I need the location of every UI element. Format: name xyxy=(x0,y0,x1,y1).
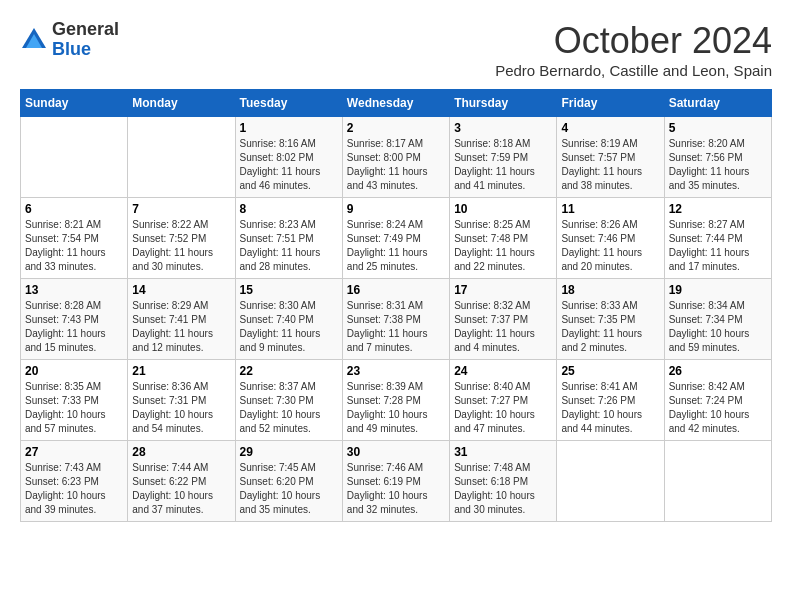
calendar-cell: 9Sunrise: 8:24 AM Sunset: 7:49 PM Daylig… xyxy=(342,198,449,279)
calendar-cell: 22Sunrise: 8:37 AM Sunset: 7:30 PM Dayli… xyxy=(235,360,342,441)
day-info: Sunrise: 8:29 AM Sunset: 7:41 PM Dayligh… xyxy=(132,299,230,355)
day-number: 29 xyxy=(240,445,338,459)
day-info: Sunrise: 8:26 AM Sunset: 7:46 PM Dayligh… xyxy=(561,218,659,274)
day-number: 18 xyxy=(561,283,659,297)
calendar-header-row: SundayMondayTuesdayWednesdayThursdayFrid… xyxy=(21,90,772,117)
calendar-header-saturday: Saturday xyxy=(664,90,771,117)
day-info: Sunrise: 8:35 AM Sunset: 7:33 PM Dayligh… xyxy=(25,380,123,436)
calendar-cell: 21Sunrise: 8:36 AM Sunset: 7:31 PM Dayli… xyxy=(128,360,235,441)
day-number: 24 xyxy=(454,364,552,378)
day-info: Sunrise: 8:16 AM Sunset: 8:02 PM Dayligh… xyxy=(240,137,338,193)
day-info: Sunrise: 7:48 AM Sunset: 6:18 PM Dayligh… xyxy=(454,461,552,517)
page-header: General Blue October 2024 Pedro Bernardo… xyxy=(20,20,772,79)
calendar-cell: 19Sunrise: 8:34 AM Sunset: 7:34 PM Dayli… xyxy=(664,279,771,360)
day-number: 13 xyxy=(25,283,123,297)
day-number: 23 xyxy=(347,364,445,378)
day-info: Sunrise: 8:22 AM Sunset: 7:52 PM Dayligh… xyxy=(132,218,230,274)
calendar-cell: 10Sunrise: 8:25 AM Sunset: 7:48 PM Dayli… xyxy=(450,198,557,279)
day-number: 11 xyxy=(561,202,659,216)
calendar-week-row: 6Sunrise: 8:21 AM Sunset: 7:54 PM Daylig… xyxy=(21,198,772,279)
day-info: Sunrise: 8:20 AM Sunset: 7:56 PM Dayligh… xyxy=(669,137,767,193)
day-number: 22 xyxy=(240,364,338,378)
calendar-cell xyxy=(21,117,128,198)
calendar-header-friday: Friday xyxy=(557,90,664,117)
calendar-cell xyxy=(128,117,235,198)
day-number: 10 xyxy=(454,202,552,216)
day-info: Sunrise: 8:42 AM Sunset: 7:24 PM Dayligh… xyxy=(669,380,767,436)
day-info: Sunrise: 8:37 AM Sunset: 7:30 PM Dayligh… xyxy=(240,380,338,436)
day-number: 16 xyxy=(347,283,445,297)
day-number: 15 xyxy=(240,283,338,297)
calendar-cell: 11Sunrise: 8:26 AM Sunset: 7:46 PM Dayli… xyxy=(557,198,664,279)
calendar-cell: 18Sunrise: 8:33 AM Sunset: 7:35 PM Dayli… xyxy=(557,279,664,360)
day-number: 2 xyxy=(347,121,445,135)
location-title: Pedro Bernardo, Castille and Leon, Spain xyxy=(495,62,772,79)
day-number: 28 xyxy=(132,445,230,459)
calendar-cell: 27Sunrise: 7:43 AM Sunset: 6:23 PM Dayli… xyxy=(21,441,128,522)
day-info: Sunrise: 8:17 AM Sunset: 8:00 PM Dayligh… xyxy=(347,137,445,193)
day-info: Sunrise: 8:28 AM Sunset: 7:43 PM Dayligh… xyxy=(25,299,123,355)
calendar-cell: 31Sunrise: 7:48 AM Sunset: 6:18 PM Dayli… xyxy=(450,441,557,522)
day-info: Sunrise: 8:40 AM Sunset: 7:27 PM Dayligh… xyxy=(454,380,552,436)
calendar-cell: 28Sunrise: 7:44 AM Sunset: 6:22 PM Dayli… xyxy=(128,441,235,522)
day-info: Sunrise: 7:44 AM Sunset: 6:22 PM Dayligh… xyxy=(132,461,230,517)
day-info: Sunrise: 8:41 AM Sunset: 7:26 PM Dayligh… xyxy=(561,380,659,436)
calendar-header-sunday: Sunday xyxy=(21,90,128,117)
calendar-cell: 1Sunrise: 8:16 AM Sunset: 8:02 PM Daylig… xyxy=(235,117,342,198)
day-info: Sunrise: 8:30 AM Sunset: 7:40 PM Dayligh… xyxy=(240,299,338,355)
day-number: 19 xyxy=(669,283,767,297)
day-number: 6 xyxy=(25,202,123,216)
logo-icon xyxy=(20,26,48,54)
calendar-cell: 16Sunrise: 8:31 AM Sunset: 7:38 PM Dayli… xyxy=(342,279,449,360)
day-number: 14 xyxy=(132,283,230,297)
calendar-cell: 7Sunrise: 8:22 AM Sunset: 7:52 PM Daylig… xyxy=(128,198,235,279)
calendar-cell: 12Sunrise: 8:27 AM Sunset: 7:44 PM Dayli… xyxy=(664,198,771,279)
calendar-header-monday: Monday xyxy=(128,90,235,117)
calendar-cell: 8Sunrise: 8:23 AM Sunset: 7:51 PM Daylig… xyxy=(235,198,342,279)
calendar-cell: 13Sunrise: 8:28 AM Sunset: 7:43 PM Dayli… xyxy=(21,279,128,360)
calendar-header-tuesday: Tuesday xyxy=(235,90,342,117)
calendar-cell xyxy=(557,441,664,522)
day-number: 9 xyxy=(347,202,445,216)
day-number: 20 xyxy=(25,364,123,378)
day-number: 30 xyxy=(347,445,445,459)
day-number: 31 xyxy=(454,445,552,459)
day-number: 27 xyxy=(25,445,123,459)
day-number: 1 xyxy=(240,121,338,135)
day-number: 17 xyxy=(454,283,552,297)
day-info: Sunrise: 8:39 AM Sunset: 7:28 PM Dayligh… xyxy=(347,380,445,436)
day-number: 8 xyxy=(240,202,338,216)
day-info: Sunrise: 8:34 AM Sunset: 7:34 PM Dayligh… xyxy=(669,299,767,355)
day-info: Sunrise: 8:18 AM Sunset: 7:59 PM Dayligh… xyxy=(454,137,552,193)
calendar-cell: 6Sunrise: 8:21 AM Sunset: 7:54 PM Daylig… xyxy=(21,198,128,279)
day-info: Sunrise: 7:43 AM Sunset: 6:23 PM Dayligh… xyxy=(25,461,123,517)
calendar-week-row: 1Sunrise: 8:16 AM Sunset: 8:02 PM Daylig… xyxy=(21,117,772,198)
day-info: Sunrise: 8:31 AM Sunset: 7:38 PM Dayligh… xyxy=(347,299,445,355)
day-info: Sunrise: 8:21 AM Sunset: 7:54 PM Dayligh… xyxy=(25,218,123,274)
calendar-cell xyxy=(664,441,771,522)
calendar-table: SundayMondayTuesdayWednesdayThursdayFrid… xyxy=(20,89,772,522)
day-number: 4 xyxy=(561,121,659,135)
calendar-cell: 20Sunrise: 8:35 AM Sunset: 7:33 PM Dayli… xyxy=(21,360,128,441)
calendar-cell: 3Sunrise: 8:18 AM Sunset: 7:59 PM Daylig… xyxy=(450,117,557,198)
day-info: Sunrise: 8:25 AM Sunset: 7:48 PM Dayligh… xyxy=(454,218,552,274)
calendar-cell: 17Sunrise: 8:32 AM Sunset: 7:37 PM Dayli… xyxy=(450,279,557,360)
day-info: Sunrise: 7:45 AM Sunset: 6:20 PM Dayligh… xyxy=(240,461,338,517)
logo-general: General xyxy=(52,20,119,40)
day-info: Sunrise: 8:19 AM Sunset: 7:57 PM Dayligh… xyxy=(561,137,659,193)
day-info: Sunrise: 8:23 AM Sunset: 7:51 PM Dayligh… xyxy=(240,218,338,274)
calendar-cell: 25Sunrise: 8:41 AM Sunset: 7:26 PM Dayli… xyxy=(557,360,664,441)
title-block: October 2024 Pedro Bernardo, Castille an… xyxy=(495,20,772,79)
logo-text: General Blue xyxy=(52,20,119,60)
day-info: Sunrise: 8:32 AM Sunset: 7:37 PM Dayligh… xyxy=(454,299,552,355)
calendar-cell: 5Sunrise: 8:20 AM Sunset: 7:56 PM Daylig… xyxy=(664,117,771,198)
day-number: 26 xyxy=(669,364,767,378)
calendar-cell: 2Sunrise: 8:17 AM Sunset: 8:00 PM Daylig… xyxy=(342,117,449,198)
day-info: Sunrise: 8:33 AM Sunset: 7:35 PM Dayligh… xyxy=(561,299,659,355)
day-number: 21 xyxy=(132,364,230,378)
calendar-cell: 29Sunrise: 7:45 AM Sunset: 6:20 PM Dayli… xyxy=(235,441,342,522)
calendar-week-row: 27Sunrise: 7:43 AM Sunset: 6:23 PM Dayli… xyxy=(21,441,772,522)
day-info: Sunrise: 7:46 AM Sunset: 6:19 PM Dayligh… xyxy=(347,461,445,517)
calendar-header-wednesday: Wednesday xyxy=(342,90,449,117)
day-info: Sunrise: 8:27 AM Sunset: 7:44 PM Dayligh… xyxy=(669,218,767,274)
